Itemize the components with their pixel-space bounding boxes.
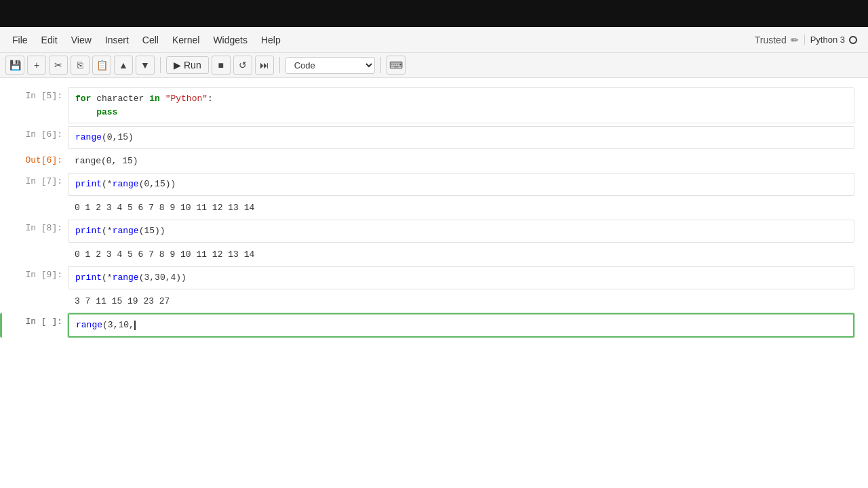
toolbar-separator-1 [160,57,161,73]
cell-7-code: print(*range(0,15)) [68,174,854,195]
out-6-content: range(0, 15) [68,152,145,171]
cell-7: In [7]: print(*range(0,15)) [0,173,868,196]
keyboard-button[interactable]: ⌨ [387,56,406,75]
cell-type-select[interactable]: Code Markdown Raw NBConvert [285,57,375,74]
cell-7-label: In [7]: [0,173,68,189]
menu-insert[interactable]: Insert [98,32,136,48]
cell-6-code: range(0,15) [68,127,854,148]
cell-active: In [ ]: range(3,10, [0,313,868,338]
cell-6: In [6]: range(0,15) [0,126,868,149]
out-7-label [0,199,68,205]
cell-8-label: In [8]: [0,220,68,236]
out-9-content: 3 7 11 15 19 23 27 [68,292,176,311]
move-down-button[interactable]: ▼ [136,56,155,75]
text-cursor [134,321,136,330]
stop-icon: ■ [218,60,223,70]
trusted-badge: Trusted ✏ [749,35,804,45]
trusted-label: Trusted [755,35,787,45]
run-all-icon: ⏭ [260,60,269,70]
cell-9-content[interactable]: print(*range(3,30,4)) [68,266,854,289]
cell-8: In [8]: print(*range(15)) [0,220,868,243]
cell-9-code: print(*range(3,30,4)) [68,267,854,289]
cell-8-code: print(*range(15)) [68,220,854,242]
out-8: 0 1 2 3 4 5 6 7 8 9 10 11 12 13 14 [0,245,868,264]
out-9-label [0,292,68,298]
out-6: Out[6]: range(0, 15) [0,152,868,171]
move-up-button[interactable]: ▲ [114,56,133,75]
cell-9-label: In [9]: [0,266,68,283]
paste-icon: 📋 [96,60,108,70]
top-bar [0,0,868,27]
cell-6-label: In [6]: [0,126,68,142]
menu-cell[interactable]: Cell [136,32,165,48]
cell-active-code: range(3,10, [69,314,853,336]
kernel-info: Python 3 [804,35,863,45]
run-button[interactable]: ▶ Run [166,56,209,74]
active-cell-indicator [0,313,2,338]
keyboard-icon: ⌨ [389,60,403,70]
cell-7-content[interactable]: print(*range(0,15)) [68,173,854,196]
cell-5-content[interactable]: for character in "Python": pass [68,87,854,123]
menu-widgets[interactable]: Widgets [206,32,254,48]
cell-active-content[interactable]: range(3,10, [68,313,854,338]
menu-help[interactable]: Help [254,32,288,48]
run-icon: ▶ [174,60,181,70]
out-8-label [0,245,68,251]
menu-edit[interactable]: Edit [35,32,64,48]
cell-5-code: for character in "Python": pass [68,88,854,123]
run-label: Run [184,60,201,70]
out-6-label: Out[6]: [0,152,68,168]
copy-button[interactable]: ⎘ [71,56,90,75]
save-button[interactable]: 💾 [5,56,24,75]
restart-icon: ↺ [239,60,247,70]
plus-icon: + [34,60,39,70]
cell-5-label: In [5]: [0,87,68,104]
kernel-label: Python 3 [810,35,845,45]
toolbar-separator-2 [279,57,280,73]
cut-button[interactable]: ✂ [49,56,68,75]
menu-bar: File Edit View Insert Cell Kernel Widget… [0,27,868,53]
menu-view[interactable]: View [64,32,98,48]
menu-kernel[interactable]: Kernel [165,32,206,48]
interrupt-button[interactable]: ■ [212,56,231,75]
notebook-wrapper: File Edit View Insert Cell Kernel Widget… [0,27,868,488]
restart-button[interactable]: ↺ [233,56,252,75]
out-9: 3 7 11 15 19 23 27 [0,292,868,311]
save-icon: 💾 [9,60,21,70]
paste-button[interactable]: 📋 [92,56,111,75]
cut-icon: ✂ [54,60,62,70]
cell-active-label: In [ ]: [0,313,68,329]
cell-8-content[interactable]: print(*range(15)) [68,220,854,243]
copy-icon: ⎘ [77,60,83,70]
toolbar: 💾 + ✂ ⎘ 📋 ▲ ▼ ▶ Run ■ ↺ ⏭ [0,53,868,78]
toolbar-separator-3 [380,57,381,73]
cell-9: In [9]: print(*range(3,30,4)) [0,266,868,289]
run-all-button[interactable]: ⏭ [255,56,274,75]
cells-area: In [5]: for character in "Python": pass … [0,78,868,347]
menu-file[interactable]: File [5,32,35,48]
add-cell-button[interactable]: + [27,56,46,75]
kernel-status-circle [849,36,857,44]
cell-5: In [5]: for character in "Python": pass [0,87,868,123]
up-icon: ▲ [119,60,128,70]
out-7: 0 1 2 3 4 5 6 7 8 9 10 11 12 13 14 [0,199,868,218]
cell-6-content[interactable]: range(0,15) [68,126,854,149]
pencil-icon[interactable]: ✏ [791,35,799,45]
down-icon: ▼ [140,60,150,70]
out-8-content: 0 1 2 3 4 5 6 7 8 9 10 11 12 13 14 [68,245,261,264]
out-7-content: 0 1 2 3 4 5 6 7 8 9 10 11 12 13 14 [68,199,261,218]
